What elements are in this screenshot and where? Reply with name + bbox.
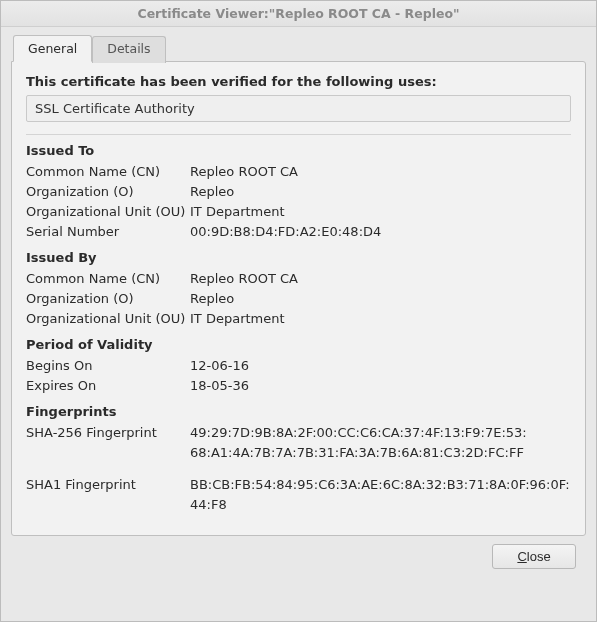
- window-titlebar: Certificate Viewer:"Repleo ROOT CA - Rep…: [1, 1, 596, 27]
- sha256-line2: 68:A1:4A:7B:7A:7B:31:FA:3A:7B:6A:81:C3:2…: [190, 443, 571, 463]
- tab-details-label: Details: [107, 41, 150, 56]
- sha1-value: BB:CB:FB:54:84:95:C6:3A:AE:6C:8A:32:B3:7…: [190, 475, 571, 515]
- cn-value: Repleo ROOT CA: [190, 269, 571, 289]
- tabpanel-general: This certificate has been verified for t…: [11, 61, 586, 536]
- serial-label: Serial Number: [26, 222, 190, 242]
- verified-lead: This certificate has been verified for t…: [26, 74, 571, 89]
- fingerprints-heading: Fingerprints: [26, 404, 571, 419]
- expires-value: 18-05-36: [190, 376, 571, 396]
- sha1-label: SHA1 Fingerprint: [26, 475, 190, 515]
- close-accel: C: [517, 549, 526, 564]
- table-row: Serial Number 00:9D:B8:D4:FD:A2:E0:48:D4: [26, 222, 571, 242]
- table-row: Organizational Unit (OU) IT Department: [26, 202, 571, 222]
- serial-value: 00:9D:B8:D4:FD:A2:E0:48:D4: [190, 222, 571, 242]
- table-row: SHA1 Fingerprint BB:CB:FB:54:84:95:C6:3A…: [26, 475, 571, 515]
- issued-by-heading: Issued By: [26, 250, 571, 265]
- divider: [26, 134, 571, 135]
- ou-label: Organizational Unit (OU): [26, 202, 190, 222]
- sha256-label: SHA-256 Fingerprint: [26, 423, 190, 443]
- ou-label: Organizational Unit (OU): [26, 309, 190, 329]
- close-rest: lose: [527, 549, 551, 564]
- table-row: Expires On 18-05-36: [26, 376, 571, 396]
- begins-label: Begins On: [26, 356, 190, 376]
- table-row: Organization (O) Repleo: [26, 289, 571, 309]
- table-row: Common Name (CN) Repleo ROOT CA: [26, 269, 571, 289]
- tabs-container: General Details This certificate has bee…: [11, 35, 586, 536]
- o-value: Repleo: [190, 182, 571, 202]
- spacer: [26, 463, 571, 475]
- uses-text: SSL Certificate Authority: [35, 101, 195, 116]
- issued-by-block: Issued By Common Name (CN) Repleo ROOT C…: [26, 250, 571, 329]
- table-row: Begins On 12-06-16: [26, 356, 571, 376]
- table-row: SHA-256 Fingerprint 49:29:7D:9B:8A:2F:00…: [26, 423, 571, 463]
- cn-value: Repleo ROOT CA: [190, 162, 571, 182]
- ou-value: IT Department: [190, 309, 571, 329]
- fingerprints-block: Fingerprints SHA-256 Fingerprint 49:29:7…: [26, 404, 571, 515]
- o-value: Repleo: [190, 289, 571, 309]
- tab-strip: General Details: [13, 35, 586, 62]
- close-button[interactable]: Close: [492, 544, 576, 569]
- sha256-line1: 49:29:7D:9B:8A:2F:00:CC:C6:CA:37:4F:13:F…: [190, 423, 571, 443]
- begins-value: 12-06-16: [190, 356, 571, 376]
- issued-to-block: Issued To Common Name (CN) Repleo ROOT C…: [26, 143, 571, 242]
- sha256-value: 49:29:7D:9B:8A:2F:00:CC:C6:CA:37:4F:13:F…: [190, 423, 571, 463]
- table-row: Organization (O) Repleo: [26, 182, 571, 202]
- window-title: Certificate Viewer:"Repleo ROOT CA - Rep…: [137, 6, 459, 21]
- table-row: Organizational Unit (OU) IT Department: [26, 309, 571, 329]
- certificate-viewer-window: Certificate Viewer:"Repleo ROOT CA - Rep…: [0, 0, 597, 622]
- tab-general-label: General: [28, 41, 77, 56]
- expires-label: Expires On: [26, 376, 190, 396]
- dialog-footer: Close: [11, 536, 586, 579]
- issued-to-heading: Issued To: [26, 143, 571, 158]
- tab-details[interactable]: Details: [92, 36, 165, 63]
- o-label: Organization (O): [26, 182, 190, 202]
- window-body: General Details This certificate has bee…: [1, 27, 596, 621]
- validity-block: Period of Validity Begins On 12-06-16 Ex…: [26, 337, 571, 396]
- table-row: Common Name (CN) Repleo ROOT CA: [26, 162, 571, 182]
- ou-value: IT Department: [190, 202, 571, 222]
- cn-label: Common Name (CN): [26, 269, 190, 289]
- uses-box: SSL Certificate Authority: [26, 95, 571, 122]
- tab-general[interactable]: General: [13, 35, 92, 62]
- validity-heading: Period of Validity: [26, 337, 571, 352]
- cn-label: Common Name (CN): [26, 162, 190, 182]
- o-label: Organization (O): [26, 289, 190, 309]
